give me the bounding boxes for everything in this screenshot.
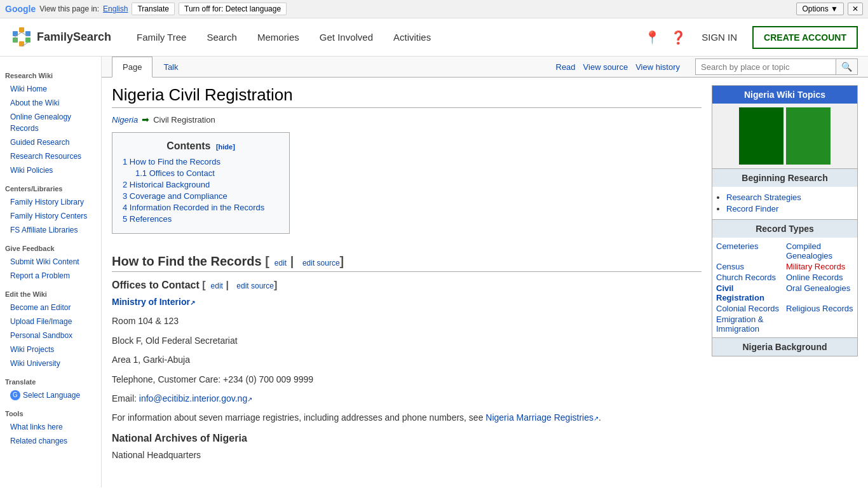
sidebar-item-family-history-library[interactable]: Family History Library [5,195,96,209]
nav-get-involved[interactable]: Get Involved [309,18,383,57]
sidebar-item-family-history-centers[interactable]: Family History Centers [5,209,96,223]
sidebar-item-report-problem[interactable]: Report a Problem [5,269,96,283]
record-type-colonial-records[interactable]: Colonial Records [716,304,783,313]
breadcrumb: Nigeria ➡ Civil Registration [112,114,702,125]
record-type-emigration[interactable]: Emigration & Immigration [716,315,783,334]
sidebar-item-guided-research[interactable]: Guided Research [5,135,96,149]
sub-heading-national-archives: National Archives of Nigeria [112,433,702,444]
sidebar-section-tools: Tools [5,410,96,417]
page-search-button[interactable]: 🔍 [836,59,857,74]
sidebar-section-research-wiki: Research Wiki [5,72,96,79]
nav-family-tree[interactable]: Family Tree [126,18,196,57]
section1-edit-source-link[interactable]: edit source [302,259,340,268]
tab-actions: Read View source View history 🔍 [556,58,858,75]
sidebar-item-wiki-projects[interactable]: Wiki Projects [5,342,96,356]
sub-section-edit-link[interactable]: edit [211,281,223,290]
contents-hide[interactable]: [hide] [216,143,235,151]
contents-item-1-1: 1.1 Offices to Contact [123,168,279,178]
create-account-button[interactable]: CREATE ACCOUNT [752,26,858,49]
translate-bar: Google View this page in: English Transl… [0,0,868,18]
record-type-cemeteries[interactable]: Cemeteries [716,241,783,261]
sidebar-section-translate: Translate [5,378,96,386]
sidebar-item-personal-sandbox[interactable]: Personal Sandbox [5,329,96,342]
close-translate-button[interactable]: ✕ [848,3,863,15]
address-line3: Area 1, Garki-Abuja [112,353,702,367]
ministry-link-paragraph: Ministry of Interior [112,295,702,309]
help-icon[interactable]: ❓ [670,30,686,45]
language-select[interactable]: English [103,4,128,13]
record-type-census[interactable]: Census [716,262,783,271]
research-strategies-link[interactable]: Research Strategies [726,193,801,202]
nav-memories[interactable]: Memories [247,18,309,57]
record-type-compiled-genealogies[interactable]: Compiled Genealogies [786,241,853,261]
wiki-topics-images [712,104,857,168]
record-finder-link[interactable]: Record Finder [726,204,778,214]
sidebar-item-become-editor[interactable]: Become an Editor [5,301,96,315]
address-line2: Block F, Old Federal Secretariat [112,334,702,348]
tab-page[interactable]: Page [112,57,153,78]
contents-link-1[interactable]: 1 How to Find the Records [123,157,220,166]
info-text-paragraph: For information about seven marriage reg… [112,410,702,424]
select-language-link[interactable]: Select Language [23,388,80,402]
sidebar-item-related-changes[interactable]: Related changes [5,434,96,448]
contents-link-5[interactable]: 5 References [123,214,172,224]
contents-link-1-1[interactable]: 1.1 Offices to Contact [135,168,215,178]
ministry-of-interior-link[interactable]: Ministry of Interior [112,297,195,307]
sidebar: Research Wiki Wiki Home About the Wiki O… [0,57,102,487]
tab-action-read[interactable]: Read [556,62,576,72]
page-layout: Research Wiki Wiki Home About the Wiki O… [0,57,868,487]
telephone: Telephone, Customer Care: +234 (0) 700 0… [112,372,702,386]
sidebar-section-edit: Edit the Wiki [5,290,96,298]
contents-link-4[interactable]: 4 Information Recorded in the Records [123,203,264,212]
sidebar-item-wiki-university[interactable]: Wiki University [5,356,96,370]
article: Nigeria Civil Registration Nigeria ➡ Civ… [102,78,868,475]
sidebar-item-submit-wiki[interactable]: Submit Wiki Content [5,255,96,269]
sidebar-item-fs-affiliate[interactable]: FS Affiliate Libraries [5,223,96,237]
main-content: Page Talk Read View source View history … [102,57,868,487]
right-sidebar: Nigeria Wiki Topics Beginning Research R… [712,85,858,467]
record-type-religious-records[interactable]: Religious Records [786,304,853,313]
page-search-input[interactable] [696,60,836,74]
email-line: Email: info@ecitibiz.interior.gov.ng [112,391,702,405]
record-type-military-records[interactable]: Military Records [786,262,853,271]
email-link[interactable]: info@ecitibiz.interior.gov.ng [139,393,252,403]
sidebar-item-wiki-policies[interactable]: Wiki Policies [5,163,96,177]
record-type-civil-registration[interactable]: Civil Registration [716,283,783,302]
sidebar-item-online-genealogy[interactable]: Online Genealogy Records [5,110,96,135]
sidebar-item-wiki-home[interactable]: Wiki Home [5,82,96,96]
record-types-title: Record Types [712,219,857,238]
tab-action-view-history[interactable]: View history [635,62,680,72]
contents-link-2[interactable]: 2 Historical Background [123,180,210,189]
marriage-registries-link[interactable]: Nigeria Marriage Registries [485,412,599,423]
article-main: Nigeria Civil Registration Nigeria ➡ Civ… [112,85,702,467]
tab-talk[interactable]: Talk [153,57,189,78]
nav-search[interactable]: Search [196,18,247,57]
sidebar-item-about-wiki[interactable]: About the Wiki [5,96,96,110]
nav-activities[interactable]: Activities [383,18,441,57]
main-nav: FamilySearch Family Tree Search Memories… [0,18,868,57]
turnoff-button[interactable]: Turn off for: Detect language [179,3,287,15]
contents-item-2: 2 Historical Background [123,180,279,189]
contents-item-5: 5 References [123,214,279,224]
list-item-research-strategies: Research Strategies [726,193,853,202]
sidebar-item-upload-file[interactable]: Upload File/Image [5,315,96,329]
options-button[interactable]: Options ▼ [796,3,844,15]
contents-item-3: 3 Coverage and Compliance [123,191,279,201]
breadcrumb-nigeria-link[interactable]: Nigeria [112,115,138,125]
tab-action-view-source[interactable]: View source [583,62,628,72]
sign-in-link[interactable]: SIGN IN [696,32,742,43]
article-title: Nigeria Civil Registration [112,85,702,108]
section-heading-1: How to Find the Records [edit | edit sou… [112,254,702,272]
location-icon[interactable]: 📍 [644,30,660,45]
national-archives-sub: National Headquarters [112,448,702,462]
sidebar-item-research-resources[interactable]: Research Resources [5,149,96,163]
sub-section-edit-source-link[interactable]: edit source [236,281,274,290]
translate-button[interactable]: Translate [132,3,175,15]
sidebar-item-what-links-here[interactable]: What links here [5,420,96,434]
record-type-online-records[interactable]: Online Records [786,273,853,282]
record-type-church-records[interactable]: Church Records [716,273,783,282]
contents-link-3[interactable]: 3 Coverage and Compliance [123,191,227,201]
section1-edit-link[interactable]: edit [275,259,287,268]
logo-link[interactable]: FamilySearch [10,26,111,49]
record-type-oral-genealogies[interactable]: Oral Genealogies [786,283,853,302]
